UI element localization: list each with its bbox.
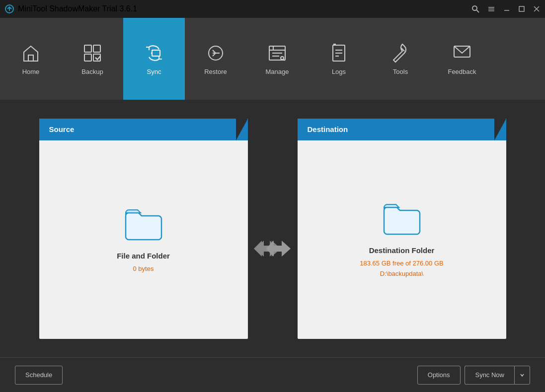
nav-item-sync[interactable]: Sync — [123, 18, 185, 100]
backup-icon — [81, 42, 103, 64]
svg-line-2 — [476, 10, 479, 12]
destination-panel[interactable]: Destination Destination Folder 183.65 GB… — [298, 119, 506, 339]
source-title: File and Folder — [117, 252, 170, 260]
svg-rect-3 — [488, 7, 494, 8]
minimize-button[interactable] — [503, 5, 510, 12]
nav-item-logs[interactable]: Logs — [308, 18, 370, 100]
svg-rect-12 — [93, 45, 100, 52]
source-panel[interactable]: Source File and Folder 0 bytes — [39, 119, 248, 339]
main-content: Source File and Folder 0 bytes Destina — [0, 100, 545, 357]
tools-icon — [389, 42, 411, 64]
source-panel-header: Source — [39, 119, 248, 140]
svg-rect-10 — [28, 55, 33, 61]
source-subtitle: 0 bytes — [133, 265, 154, 272]
nav-item-manage[interactable]: Manage — [246, 18, 308, 100]
sync-now-wrapper: Options Sync Now — [417, 366, 530, 385]
svg-rect-11 — [84, 45, 91, 52]
svg-rect-13 — [84, 54, 91, 61]
source-folder-icon — [124, 207, 163, 242]
titlebar: MiniTool ShadowMaker Trial 3.6.1 — [0, 0, 545, 18]
source-panel-wrapper: Source File and Folder 0 bytes — [39, 119, 248, 339]
nav-label-logs: Logs — [332, 68, 346, 75]
destination-panel-header: Destination — [298, 119, 506, 140]
destination-header-label: Destination — [308, 125, 348, 133]
nav-label-manage: Manage — [266, 68, 289, 75]
titlebar-controls — [471, 5, 540, 13]
restore-icon — [205, 42, 227, 64]
sync-now-dropdown-button[interactable] — [514, 366, 530, 385]
destination-title: Destination Folder — [369, 246, 435, 255]
feedback-icon — [451, 42, 473, 64]
nav-label-home: Home — [22, 68, 40, 75]
nav-item-home[interactable]: Home — [0, 18, 62, 100]
svg-rect-4 — [488, 9, 494, 10]
destination-folder-icon — [382, 201, 422, 236]
bottombar: Schedule Options Sync Now — [0, 357, 545, 392]
destination-header-triangle — [494, 119, 506, 140]
nav-label-sync: Sync — [147, 68, 161, 75]
sync-icon — [143, 42, 165, 64]
source-header-label: Source — [49, 125, 75, 133]
nav-label-restore: Restore — [204, 68, 227, 75]
destination-panel-body: Destination Folder 183.65 GB free of 276… — [298, 140, 506, 339]
menu-icon[interactable] — [487, 5, 495, 13]
nav-label-feedback: Feedback — [448, 68, 476, 75]
titlebar-left: MiniTool ShadowMaker Trial 3.6.1 — [5, 4, 137, 13]
nav-item-restore[interactable]: Restore — [185, 18, 246, 100]
navbar: Home Backup Sync — [0, 18, 545, 100]
maximize-button[interactable] — [518, 5, 525, 12]
sync-arrow — [248, 238, 298, 260]
svg-rect-7 — [519, 6, 524, 11]
svg-point-1 — [472, 6, 477, 10]
source-header-triangle — [236, 119, 248, 140]
svg-rect-5 — [488, 10, 494, 11]
destination-panel-wrapper: Destination Destination Folder 183.65 GB… — [298, 119, 506, 339]
nav-item-tools[interactable]: Tools — [370, 18, 431, 100]
app-title: MiniTool ShadowMaker Trial 3.6.1 — [18, 4, 137, 13]
sync-now-button[interactable]: Sync Now — [465, 366, 514, 385]
source-panel-body: File and Folder 0 bytes — [39, 140, 248, 339]
nav-label-backup: Backup — [81, 68, 103, 75]
logs-icon — [328, 42, 350, 64]
nav-item-backup[interactable]: Backup — [62, 18, 123, 100]
schedule-button[interactable]: Schedule — [15, 366, 63, 385]
nav-item-feedback[interactable]: Feedback — [431, 18, 493, 100]
home-icon — [20, 42, 42, 64]
destination-free-space: 183.65 GB free of 276.00 GB — [360, 260, 443, 267]
destination-path: D:\backupdata\ — [380, 270, 423, 277]
app-logo — [5, 4, 14, 13]
manage-icon — [266, 42, 288, 64]
svg-rect-15 — [152, 50, 160, 56]
nav-label-tools: Tools — [393, 68, 408, 75]
search-icon[interactable] — [471, 5, 479, 13]
close-button[interactable] — [533, 5, 540, 12]
options-button[interactable]: Options — [417, 366, 461, 385]
